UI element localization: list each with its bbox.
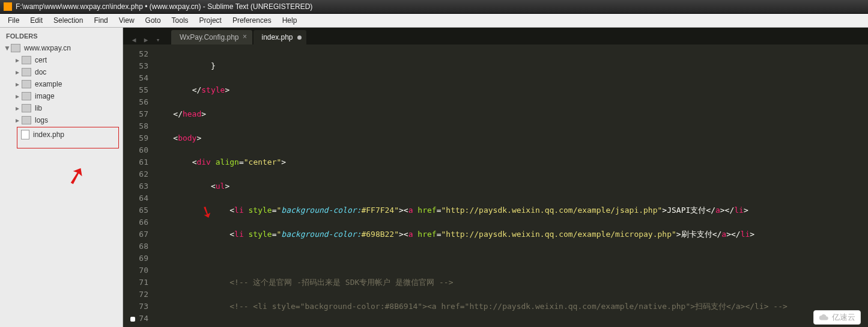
tree-folder[interactable]: ▸logs [1,114,123,126]
nav-forward-icon[interactable]: ▶ [141,35,151,44]
chevron-right-icon: ▸ [14,80,20,88]
tree-folder[interactable]: ▸doc [1,66,123,78]
tab-bar: ◀ ▶ ▾ WxPay.Config.php× index.php [123,28,868,44]
annotation-arrow-icon: ➚ [63,159,90,191]
chevron-right-icon: ▸ [14,56,20,64]
chevron-right-icon: ▸ [14,116,20,124]
chevron-right-icon: ▸ [14,68,20,76]
tree-folder[interactable]: ▸lib [1,102,123,114]
tab-index-php[interactable]: index.php [253,30,306,44]
folder-icon [22,56,31,64]
menu-goto[interactable]: Goto [140,15,166,26]
window-titlebar: F:\wamp\www\www.wxpay.cn\index.php • (ww… [0,0,868,14]
code-editor[interactable]: 5253545556575859606162636465666768697071… [123,44,868,327]
menu-bar: File Edit Selection Find View Goto Tools… [0,14,868,28]
folder-tree: ▼www.wxpay.cn ▸cert ▸doc ▸example ▸image… [0,42,123,148]
watermark-badge: 亿速云 [813,310,861,325]
nav-back-icon[interactable]: ◀ [129,35,139,44]
menu-selection[interactable]: Selection [48,15,88,26]
code-content[interactable]: } </style> </head> <body> <div align="ce… [153,44,868,327]
folder-icon [22,68,31,76]
file-icon [21,130,29,139]
dirty-indicator-icon [297,35,302,40]
folder-icon [11,44,20,52]
menu-tools[interactable]: Tools [166,15,194,26]
tree-folder[interactable]: ▸cert [1,54,123,66]
chevron-right-icon: ▸ [14,104,20,112]
close-icon[interactable]: × [241,33,249,40]
tree-file-selected[interactable]: index.php [17,127,119,148]
chevron-right-icon: ▸ [14,92,20,100]
menu-preferences[interactable]: Preferences [227,15,277,26]
sidebar: FOLDERS ▼www.wxpay.cn ▸cert ▸doc ▸exampl… [0,28,123,327]
folder-icon [22,80,31,88]
tree-root[interactable]: ▼www.wxpay.cn [1,42,123,54]
tab-wxpay-config[interactable]: WxPay.Config.php× [171,30,252,44]
folder-icon [22,116,31,124]
chevron-down-icon: ▼ [4,44,10,52]
menu-file[interactable]: File [2,15,25,26]
app-icon [4,2,12,11]
cloud-icon [819,314,830,321]
sidebar-heading: FOLDERS [0,28,123,42]
editor-pane: ◀ ▶ ▾ WxPay.Config.php× index.php 525354… [123,28,868,327]
menu-project[interactable]: Project [194,15,227,26]
menu-view[interactable]: View [114,15,140,26]
menu-edit[interactable]: Edit [25,15,48,26]
menu-help[interactable]: Help [277,15,303,26]
tree-folder[interactable]: ▸image [1,90,123,102]
line-number-gutter: 5253545556575859606162636465666768697071… [123,44,153,327]
menu-find[interactable]: Find [88,15,113,26]
tree-folder[interactable]: ▸example [1,78,123,90]
folder-icon [22,104,31,112]
folder-icon [22,92,31,100]
window-title: F:\wamp\www\www.wxpay.cn\index.php • (ww… [16,2,312,11]
nav-dropdown-icon[interactable]: ▾ [153,35,163,44]
